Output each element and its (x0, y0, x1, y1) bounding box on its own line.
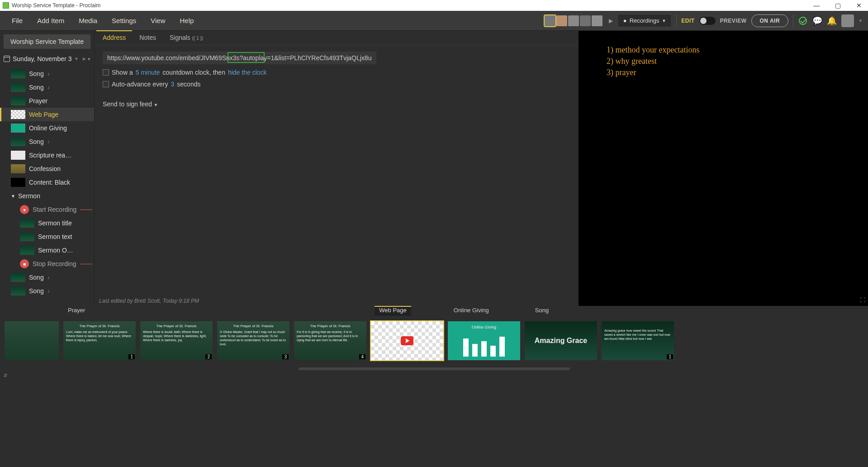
music-icon: ♪ (47, 139, 50, 144)
slide-number: 1 (128, 354, 135, 359)
strip-label-song[interactable]: Song (531, 306, 553, 316)
checkbox[interactable] (103, 81, 109, 87)
slide-thumbnail-webpage[interactable] (371, 321, 443, 360)
avatar-icon[interactable] (592, 15, 602, 26)
music-icon: ♪ (47, 85, 50, 90)
tab-address[interactable]: Address (96, 30, 132, 45)
tab-signals-label: Signals (170, 34, 190, 41)
sidebar-item-online-giving[interactable]: Online Giving (0, 121, 94, 135)
filmstrip-labels: Prayer Web Page Online Giving Song (0, 306, 868, 316)
sidebar-item-song[interactable]: Song♪ (0, 81, 94, 94)
app-icon (3, 2, 9, 9)
autoadvance-option[interactable]: Auto-advance every 3 seconds (103, 81, 570, 88)
on-air-button[interactable]: ON AIR (751, 14, 789, 27)
presence-avatars[interactable] (545, 15, 602, 26)
countdown-duration-link[interactable]: 5 minute (136, 69, 160, 76)
notifications-icon[interactable]: 🔔 (827, 16, 837, 26)
share-icon[interactable]: ➤ (82, 56, 86, 62)
tab-notes[interactable]: Notes (133, 31, 162, 45)
music-icon: ♪ (47, 288, 50, 294)
sidebar-item-scripture[interactable]: Scripture rea… (0, 148, 94, 162)
sync-status-icon[interactable] (798, 16, 808, 26)
strip-label-prayer[interactable]: Prayer (63, 306, 90, 316)
filmstrip-scrollbar[interactable] (0, 366, 868, 372)
date-selector[interactable]: Sunday, November 3 ▼ ➤ ▾ (0, 52, 94, 67)
recordings-button[interactable]: ● Recordings ▼ (617, 14, 672, 27)
profile-avatar[interactable] (841, 14, 854, 27)
window-title: Worship Service Template - Proclaim (12, 2, 100, 9)
preview-panel: 1) method your expectations 2) why great… (579, 31, 868, 306)
start-recording-marker[interactable]: ● Start Recording (0, 203, 94, 216)
slide-thumbnail[interactable]: The Prayer of St. Francis O Divine Maste… (217, 321, 289, 360)
countdown-option[interactable]: Show a 5 minute countdown clock, then hi… (103, 69, 570, 76)
sidebar-item-sermon-text[interactable]: Sermon text (0, 230, 94, 243)
mode-toggle[interactable] (699, 17, 716, 25)
menu-help[interactable]: Help (174, 14, 200, 27)
filmstrip[interactable]: The Prayer of St. Francis Lord, make me … (0, 316, 868, 366)
slide-thumbnail[interactable] (5, 321, 59, 360)
play-icon[interactable]: ▶ (609, 18, 613, 24)
slide-thumbnail-giving[interactable]: Online Giving (448, 321, 520, 360)
chat-icon[interactable]: 💬 (812, 16, 822, 26)
minimize-button[interactable]: — (810, 2, 823, 9)
chevron-down-icon[interactable]: ▾ (88, 56, 90, 62)
stop-recording-marker[interactable]: ■ Stop Recording (0, 257, 94, 271)
menu-media[interactable]: Media (72, 14, 104, 27)
menu-add-item[interactable]: Add Item (31, 14, 71, 27)
slide-thumbnail[interactable]: The Prayer of St. Francis For it is in g… (294, 321, 366, 360)
preset-selector[interactable]: Worship Service Template (4, 34, 90, 49)
mode-preview-label[interactable]: PREVIEW (720, 18, 747, 24)
music-icon: ♪ (47, 71, 50, 76)
sidebar-item-confession[interactable]: Confession (0, 162, 94, 176)
window-controls: — ▢ ✕ (810, 2, 865, 9)
bar-chart-icon (463, 331, 505, 357)
music-icon: ♪ (47, 275, 50, 280)
slide-thumbnail[interactable]: The Prayer of St. Francis Where there is… (140, 321, 213, 360)
slide-thumbnail-song-lyrics[interactable]: Amazing grace how sweet the sound That s… (602, 321, 674, 360)
strip-label-web-page[interactable]: Web Page (375, 306, 411, 316)
autoadvance-value-link[interactable]: 3 (171, 81, 175, 88)
sidebar-item-song[interactable]: Song♪ (0, 67, 94, 81)
menu-settings[interactable]: Settings (105, 14, 142, 27)
strip-label-giving[interactable]: Online Giving (449, 306, 493, 316)
countdown-action-link[interactable]: hide the clock (228, 69, 267, 76)
expand-icon[interactable]: ⛶ (860, 297, 865, 303)
maximize-button[interactable]: ▢ (831, 2, 844, 9)
mic-icon: ● (623, 17, 627, 24)
checkbox[interactable] (103, 69, 109, 76)
editor-panel: Address Notes Signals (( 1 )) Show a 5 m… (94, 31, 579, 306)
sidebar-item-song[interactable]: Song♪ (0, 284, 94, 298)
url-input[interactable] (103, 52, 376, 64)
avatar-icon[interactable] (568, 15, 579, 26)
sidebar-item-content-black[interactable]: Content: Black (0, 176, 94, 189)
slide-thumbnail-song[interactable]: Amazing Grace (525, 321, 597, 360)
sidebar-item-song[interactable]: Song♪ (0, 135, 94, 148)
preview-canvas[interactable]: 1) method your expectations 2) why great… (579, 31, 868, 306)
avatar-icon[interactable] (545, 15, 555, 26)
sidebar-item-web-page[interactable]: Web Page (0, 108, 94, 121)
avatar-icon[interactable] (580, 15, 591, 26)
status-bar: ⇵ (0, 372, 868, 381)
sidebar-item-song[interactable]: Song♪ (0, 271, 94, 284)
section-sermon[interactable]: ▼ Sermon (0, 189, 94, 203)
sidebar-item-prayer[interactable]: Prayer (0, 94, 94, 108)
chevron-down-icon: ▼ (11, 194, 15, 199)
mode-edit-label[interactable]: EDIT (681, 18, 694, 24)
youtube-icon (401, 336, 413, 345)
chevron-down-icon: ▼ (74, 57, 78, 61)
signals-badge: (( 1 )) (192, 36, 203, 41)
sidebar-item-sermon-outline[interactable]: Sermon O… (0, 243, 94, 257)
chevron-down-icon[interactable]: ▼ (859, 19, 863, 23)
menu-file[interactable]: File (5, 14, 29, 27)
close-button[interactable]: ✕ (853, 2, 865, 9)
menu-view[interactable]: View (144, 14, 171, 27)
titlebar: Worship Service Template - Proclaim — ▢ … (0, 0, 868, 11)
tab-signals[interactable]: Signals (( 1 )) (163, 31, 209, 45)
slide-thumbnail[interactable]: The Prayer of St. Francis Lord, make me … (63, 321, 136, 360)
sidebar-item-sermon-title[interactable]: Sermon title (0, 216, 94, 230)
send-to-sign-feed[interactable]: Send to sign feed ▼ (103, 100, 570, 108)
slide-number: 2 (205, 354, 212, 359)
avatar-icon[interactable] (556, 15, 567, 26)
service-sidebar: Worship Service Template Sunday, Novembe… (0, 31, 94, 306)
slide-number: 4 (359, 354, 365, 359)
